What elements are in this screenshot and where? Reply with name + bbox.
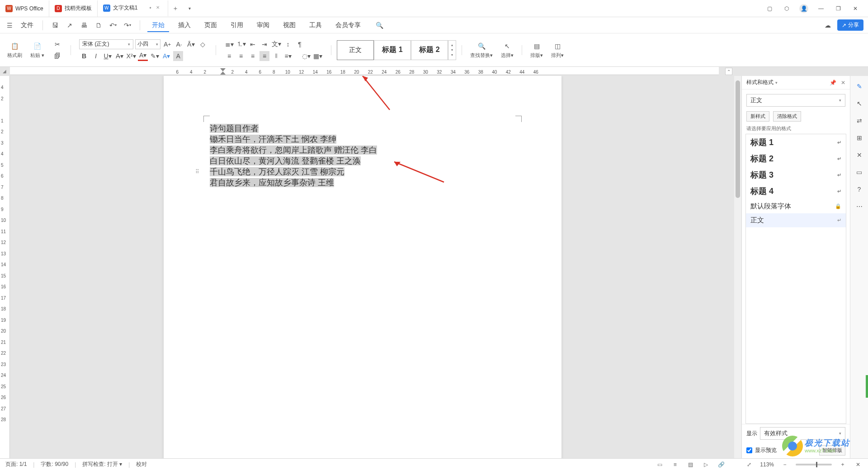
strikethrough-icon[interactable]: A̶▾ — [114, 51, 124, 61]
font-size-select[interactable]: 小四▾ — [135, 39, 160, 49]
superscript-icon[interactable]: X²▾ — [126, 51, 136, 61]
text-effect-icon[interactable]: A▾ — [161, 51, 171, 61]
menu-icon[interactable]: ☰ — [5, 20, 14, 30]
layout-group[interactable]: ▤ 排版▾ — [528, 37, 546, 64]
cursor-icon[interactable]: ↖ — [854, 99, 864, 108]
pin-icon[interactable]: 📌 — [830, 80, 836, 86]
menu-home[interactable]: 开始 — [147, 19, 169, 32]
change-case-icon[interactable]: Ȃ▾ — [186, 39, 196, 49]
italic-icon[interactable]: I — [91, 51, 101, 61]
increase-indent-icon[interactable]: ⇥ — [259, 39, 269, 49]
menu-tools[interactable]: 工具 — [305, 19, 326, 32]
cloud-icon[interactable]: ☁ — [823, 20, 833, 30]
show-preview-checkbox[interactable] — [746, 447, 752, 453]
view-read-icon[interactable]: ▷ — [701, 460, 710, 469]
sort-icon[interactable]: ↕ — [283, 39, 293, 49]
view-fullwidth-icon[interactable]: ▭ — [655, 460, 664, 469]
text-line[interactable]: 白日依山尽，黄河入海流 登鹳雀楼 王之涣 — [210, 156, 361, 165]
collapse-ribbon-button[interactable]: ⌃ — [725, 68, 732, 75]
paste-icon[interactable]: 📄 — [33, 41, 42, 51]
tools-icon[interactable]: ✕ — [854, 150, 864, 160]
find-replace-group[interactable]: 🔍 查找替换▾ — [467, 37, 495, 64]
number-list-icon[interactable]: ⒈▾ — [236, 39, 246, 49]
text-direction-icon[interactable]: 文▾ — [271, 39, 281, 49]
border-icon[interactable]: ▦▾ — [313, 51, 323, 61]
document-area[interactable]: ⠿ 诗句题目作者 锄禾日当午，汗滴禾下土 悯农 李绅 李白乘舟将欲行，忽闻岸上踏… — [10, 76, 734, 458]
menu-view[interactable]: 视图 — [278, 19, 300, 32]
drag-handle-icon[interactable]: ⠿ — [195, 169, 198, 175]
minimize-button[interactable]: — — [816, 4, 826, 13]
zoom-out-button[interactable]: − — [780, 460, 789, 469]
menu-reference[interactable]: 引用 — [226, 19, 248, 32]
spellcheck-status[interactable]: 拼写检查: 打开 ▾ — [82, 461, 122, 468]
decrease-indent-icon[interactable]: ⇤ — [248, 39, 258, 49]
search-icon[interactable]: 🔍 — [374, 20, 384, 30]
ruler-corner-icon[interactable]: ◢ — [3, 69, 6, 74]
underline-icon[interactable]: U▾ — [103, 51, 113, 61]
file-menu[interactable]: 文件 — [19, 19, 35, 32]
new-style-button[interactable]: 新样式 — [746, 111, 769, 122]
chevron-down-icon[interactable]: ▾ — [775, 80, 778, 85]
style-heading2[interactable]: 标题 2 — [411, 40, 448, 60]
page-content[interactable]: 诗句题目作者 锄禾日当午，汗滴禾下土 悯农 李绅 李白乘舟将欲行，忽闻岸上踏歌声… — [210, 123, 517, 188]
view-outline-icon[interactable]: ▤ — [686, 460, 695, 469]
menu-page[interactable]: 页面 — [200, 19, 222, 32]
style-heading1[interactable]: 标题 1 — [374, 40, 411, 60]
zoom-fit-icon[interactable]: ✕ — [854, 460, 863, 469]
align-right-icon[interactable]: ≡ — [248, 51, 258, 61]
indent-marker[interactable] — [220, 68, 226, 75]
panel-icon[interactable]: ▢ — [765, 4, 774, 13]
clear-format-icon[interactable]: ◇ — [198, 39, 208, 49]
tab-wps-office[interactable]: W WPS Office — [0, 0, 49, 17]
export-icon[interactable]: ↗ — [65, 20, 75, 30]
distribute-icon[interactable]: ⫴ — [271, 51, 281, 61]
styles-dropdown[interactable]: ▴▾▾ — [448, 40, 456, 60]
save-icon[interactable]: 🖫 — [50, 20, 60, 30]
style-list-item[interactable]: 默认段落字体🔒 — [746, 199, 846, 213]
style-list-item[interactable]: 标题 2↵ — [746, 150, 846, 167]
maximize-button[interactable]: ❐ — [834, 4, 843, 13]
view-print-icon[interactable]: ≡ — [670, 460, 679, 469]
bullet-list-icon[interactable]: ≣▾ — [224, 39, 234, 49]
book-icon[interactable]: ▭ — [854, 167, 864, 177]
align-justify-icon[interactable]: ≡ — [259, 51, 269, 61]
cut-icon[interactable]: ✂ — [52, 39, 62, 49]
share-button[interactable]: ↗分享 — [837, 19, 863, 31]
copy-icon[interactable]: 🗐 — [52, 51, 62, 61]
help-icon[interactable]: ? — [854, 184, 864, 194]
gallery-icon[interactable]: ⊞ — [854, 133, 864, 143]
style-normal[interactable]: 正文 — [337, 40, 374, 60]
highlight-icon[interactable]: ✎▾ — [150, 51, 160, 61]
format-painter-icon[interactable]: 📋 — [10, 41, 20, 51]
grow-font-icon[interactable]: A+ — [162, 39, 172, 49]
text-line[interactable]: 君自故乡来，应知故乡事杂诗 王维 — [210, 178, 334, 187]
clear-format-button[interactable]: 清除格式 — [773, 111, 801, 122]
tab-menu-button[interactable]: ▾ — [185, 6, 194, 11]
align-left-icon[interactable]: ≡ — [224, 51, 234, 61]
text-line[interactable]: 锄禾日当午，汗滴禾下土 悯农 李绅 — [210, 135, 336, 144]
text-line[interactable]: 千山鸟飞绝，万径人踪灭 江雪 柳宗元 — [210, 167, 344, 176]
menu-insert[interactable]: 插入 — [174, 19, 195, 32]
fill-color-icon[interactable]: ◌▾ — [301, 51, 311, 61]
menu-member[interactable]: 会员专享 — [331, 19, 365, 32]
menu-review[interactable]: 审阅 — [252, 19, 274, 32]
current-style-select[interactable]: 正文 ▾ — [746, 94, 845, 107]
style-list-item[interactable]: 标题 4↵ — [746, 183, 846, 199]
close-button[interactable]: ✕ — [851, 4, 860, 13]
shrink-font-icon[interactable]: A- — [174, 39, 184, 49]
horizontal-ruler[interactable]: 6422468101214161820222426283032343638404… — [10, 67, 719, 75]
bold-icon[interactable]: B — [79, 51, 89, 61]
style-list-item[interactable]: 正文↵ — [746, 213, 846, 227]
zoom-slider[interactable] — [796, 464, 832, 465]
undo-icon[interactable]: ↶▾ — [108, 20, 118, 30]
text-line[interactable]: 诗句题目作者 — [210, 124, 259, 133]
show-marks-icon[interactable]: ¶ — [295, 39, 305, 49]
word-count[interactable]: 字数: 90/90 — [41, 461, 68, 468]
tab-document[interactable]: W 文字文稿1 • ✕ — [98, 0, 168, 17]
new-tab-button[interactable]: ＋ — [171, 5, 180, 13]
select-group[interactable]: ↖ 选择▾ — [498, 37, 516, 64]
tab-templates[interactable]: D 找稻壳模板 — [49, 0, 98, 17]
line-spacing-icon[interactable]: ≡▾ — [283, 51, 293, 61]
redo-icon[interactable]: ↷▾ — [123, 20, 132, 30]
print-icon[interactable]: 🖶 — [79, 20, 89, 30]
